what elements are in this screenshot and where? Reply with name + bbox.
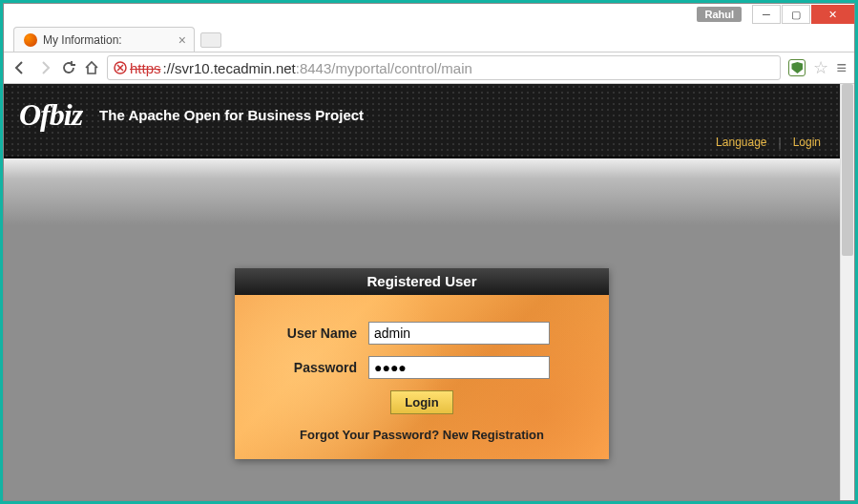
reload-button[interactable] <box>61 60 76 75</box>
scrollbar[interactable] <box>840 84 854 500</box>
browser-toolbar: https ://svr10.tecadmin.net :8443/myport… <box>4 52 854 84</box>
arrow-right-icon <box>36 59 53 76</box>
home-icon <box>84 60 99 75</box>
login-box: Registered User User Name Password Login <box>235 268 609 459</box>
extension-button[interactable] <box>788 59 806 76</box>
login-button[interactable]: Login <box>390 390 452 414</box>
forgot-password-link[interactable]: Forgot Your Password? <box>300 428 439 442</box>
user-badge: Rahul <box>697 7 742 22</box>
reload-icon <box>61 60 76 75</box>
favicon-icon <box>24 33 37 47</box>
language-link[interactable]: Language <box>716 136 766 149</box>
home-button[interactable] <box>84 60 99 75</box>
browser-tab[interactable]: My Information: × <box>13 27 195 52</box>
bookmark-button[interactable]: ☆ <box>813 57 828 78</box>
scroll-thumb[interactable] <box>842 84 853 256</box>
window-close-button[interactable]: ✕ <box>811 5 854 24</box>
menu-button[interactable]: ≡ <box>836 58 847 78</box>
login-link[interactable]: Login <box>793 136 821 149</box>
login-title: Registered User <box>235 268 609 295</box>
window-titlebar: Rahul ─ ▢ ✕ <box>4 4 854 25</box>
url-domain: ://svr10.tecadmin.net <box>163 60 296 76</box>
password-label: Password <box>263 360 368 375</box>
username-label: User Name <box>263 326 368 341</box>
page-content: Ofbiz The Apache Open for Business Proje… <box>4 84 840 500</box>
forward-button[interactable] <box>36 59 53 76</box>
tab-close-icon[interactable]: × <box>178 32 186 48</box>
tagline: The Apache Open for Business Project <box>99 107 364 123</box>
url-path: :8443/myportal/control/main <box>296 60 472 76</box>
new-tab-button[interactable] <box>200 32 221 48</box>
window-minimize-button[interactable]: ─ <box>752 5 781 24</box>
window-maximize-button[interactable]: ▢ <box>782 5 810 24</box>
url-protocol: https <box>130 60 161 76</box>
password-input[interactable] <box>368 356 550 379</box>
shield-icon <box>791 62 803 74</box>
insecure-icon <box>114 61 127 74</box>
back-button[interactable] <box>11 59 29 76</box>
new-registration-link[interactable]: New Registration <box>443 428 544 442</box>
username-input[interactable] <box>368 322 550 345</box>
tab-strip: My Information: × <box>4 25 854 52</box>
site-header: Ofbiz The Apache Open for Business Proje… <box>4 84 840 158</box>
url-bar[interactable]: https ://svr10.tecadmin.net :8443/myport… <box>107 55 781 80</box>
arrow-left-icon <box>11 59 29 76</box>
logo: Ofbiz <box>19 97 82 133</box>
tab-title: My Information: <box>43 33 122 47</box>
gradient-banner <box>4 158 840 225</box>
